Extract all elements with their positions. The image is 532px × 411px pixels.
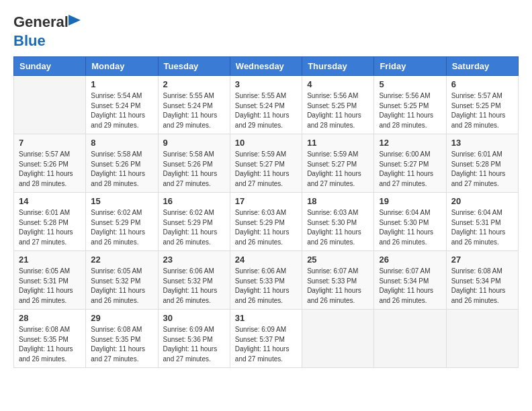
calendar-cell: 10Sunrise: 5:59 AMSunset: 5:27 PMDayligh… [230, 134, 302, 193]
day-number: 30 [163, 313, 225, 323]
day-number: 4 [307, 79, 369, 89]
calendar-cell: 3Sunrise: 5:55 AMSunset: 5:24 PMDaylight… [230, 76, 302, 134]
calendar-cell: 27Sunrise: 6:08 AMSunset: 5:34 PMDayligh… [446, 251, 518, 310]
svg-marker-0 [69, 15, 81, 26]
day-info: Sunrise: 5:56 AMSunset: 5:25 PMDaylight:… [379, 91, 441, 130]
calendar-week-row: 1Sunrise: 5:54 AMSunset: 5:24 PMDaylight… [14, 76, 519, 134]
calendar-table: SundayMondayTuesdayWednesdayThursdayFrid… [13, 56, 519, 368]
calendar-cell: 30Sunrise: 6:09 AMSunset: 5:36 PMDayligh… [158, 310, 230, 368]
calendar-cell: 21Sunrise: 6:05 AMSunset: 5:31 PMDayligh… [14, 251, 86, 310]
day-number: 22 [91, 255, 152, 265]
day-info: Sunrise: 6:09 AMSunset: 5:36 PMDaylight:… [163, 325, 225, 364]
day-number: 16 [163, 196, 225, 206]
calendar-cell: 23Sunrise: 6:06 AMSunset: 5:32 PMDayligh… [158, 251, 230, 310]
day-number: 18 [307, 196, 369, 206]
day-number: 15 [91, 196, 152, 206]
day-number: 21 [19, 255, 81, 265]
day-info: Sunrise: 5:55 AMSunset: 5:24 PMDaylight:… [235, 91, 297, 130]
calendar-week-row: 21Sunrise: 6:05 AMSunset: 5:31 PMDayligh… [14, 251, 519, 310]
calendar-cell: 14Sunrise: 6:01 AMSunset: 5:28 PMDayligh… [14, 193, 86, 251]
calendar-cell: 1Sunrise: 5:54 AMSunset: 5:24 PMDaylight… [86, 76, 158, 134]
day-info: Sunrise: 6:03 AMSunset: 5:29 PMDaylight:… [235, 208, 297, 247]
calendar-week-row: 7Sunrise: 5:57 AMSunset: 5:26 PMDaylight… [14, 134, 519, 193]
calendar-header-thursday: Thursday [302, 57, 374, 76]
day-info: Sunrise: 6:08 AMSunset: 5:34 PMDaylight:… [451, 267, 513, 306]
day-number: 25 [307, 255, 369, 265]
day-number: 19 [379, 196, 441, 206]
day-info: Sunrise: 6:03 AMSunset: 5:30 PMDaylight:… [307, 208, 369, 247]
day-number: 26 [379, 255, 441, 265]
calendar-cell: 5Sunrise: 5:56 AMSunset: 5:25 PMDaylight… [374, 76, 446, 134]
calendar-week-row: 28Sunrise: 6:08 AMSunset: 5:35 PMDayligh… [14, 310, 519, 368]
day-info: Sunrise: 6:04 AMSunset: 5:30 PMDaylight:… [379, 208, 441, 247]
calendar-cell: 15Sunrise: 6:02 AMSunset: 5:29 PMDayligh… [86, 193, 158, 251]
day-info: Sunrise: 6:08 AMSunset: 5:35 PMDaylight:… [19, 325, 81, 364]
calendar-cell: 13Sunrise: 6:01 AMSunset: 5:28 PMDayligh… [446, 134, 518, 193]
day-info: Sunrise: 5:57 AMSunset: 5:26 PMDaylight:… [19, 150, 81, 189]
day-number: 9 [163, 138, 225, 148]
calendar-cell: 6Sunrise: 5:57 AMSunset: 5:25 PMDaylight… [446, 76, 518, 134]
day-number: 5 [379, 79, 441, 89]
calendar-cell: 29Sunrise: 6:08 AMSunset: 5:35 PMDayligh… [86, 310, 158, 368]
day-info: Sunrise: 5:56 AMSunset: 5:25 PMDaylight:… [307, 91, 369, 130]
calendar-cell: 17Sunrise: 6:03 AMSunset: 5:29 PMDayligh… [230, 193, 302, 251]
day-number: 14 [19, 196, 81, 206]
calendar-header-tuesday: Tuesday [158, 57, 230, 76]
calendar-cell: 24Sunrise: 6:06 AMSunset: 5:33 PMDayligh… [230, 251, 302, 310]
day-number: 23 [163, 255, 225, 265]
calendar-cell [14, 76, 86, 134]
day-number: 13 [451, 138, 513, 148]
logo-general: General [13, 13, 69, 30]
calendar-cell: 28Sunrise: 6:08 AMSunset: 5:35 PMDayligh… [14, 310, 86, 368]
day-info: Sunrise: 6:05 AMSunset: 5:32 PMDaylight:… [91, 267, 152, 306]
day-number: 10 [235, 138, 297, 148]
calendar-cell: 8Sunrise: 5:58 AMSunset: 5:26 PMDaylight… [86, 134, 158, 193]
day-info: Sunrise: 6:00 AMSunset: 5:27 PMDaylight:… [379, 150, 441, 189]
calendar-cell: 4Sunrise: 5:56 AMSunset: 5:25 PMDaylight… [302, 76, 374, 134]
day-number: 3 [235, 79, 297, 89]
day-info: Sunrise: 5:54 AMSunset: 5:24 PMDaylight:… [91, 91, 152, 130]
day-info: Sunrise: 6:01 AMSunset: 5:28 PMDaylight:… [451, 150, 513, 189]
day-info: Sunrise: 6:04 AMSunset: 5:31 PMDaylight:… [451, 208, 513, 247]
day-info: Sunrise: 5:58 AMSunset: 5:26 PMDaylight:… [91, 150, 152, 189]
day-number: 2 [163, 79, 225, 89]
day-info: Sunrise: 5:58 AMSunset: 5:26 PMDaylight:… [163, 150, 225, 189]
calendar-cell: 22Sunrise: 6:05 AMSunset: 5:32 PMDayligh… [86, 251, 158, 310]
day-number: 7 [19, 138, 81, 148]
logo-blue: Blue [13, 32, 46, 49]
calendar-cell: 7Sunrise: 5:57 AMSunset: 5:26 PMDaylight… [14, 134, 86, 193]
calendar-cell: 19Sunrise: 6:04 AMSunset: 5:30 PMDayligh… [374, 193, 446, 251]
calendar-week-row: 14Sunrise: 6:01 AMSunset: 5:28 PMDayligh… [14, 193, 519, 251]
calendar-header-row: SundayMondayTuesdayWednesdayThursdayFrid… [14, 57, 519, 76]
day-info: Sunrise: 6:02 AMSunset: 5:29 PMDaylight:… [163, 208, 225, 247]
day-info: Sunrise: 6:07 AMSunset: 5:33 PMDaylight:… [307, 267, 369, 306]
calendar-cell: 16Sunrise: 6:02 AMSunset: 5:29 PMDayligh… [158, 193, 230, 251]
calendar-header-friday: Friday [374, 57, 446, 76]
day-number: 6 [451, 79, 513, 89]
day-number: 24 [235, 255, 297, 265]
calendar-cell: 18Sunrise: 6:03 AMSunset: 5:30 PMDayligh… [302, 193, 374, 251]
day-info: Sunrise: 6:02 AMSunset: 5:29 PMDaylight:… [91, 208, 152, 247]
day-number: 31 [235, 313, 297, 323]
day-info: Sunrise: 6:06 AMSunset: 5:32 PMDaylight:… [163, 267, 225, 306]
day-info: Sunrise: 5:59 AMSunset: 5:27 PMDaylight:… [235, 150, 297, 189]
day-number: 28 [19, 313, 81, 323]
calendar-cell: 31Sunrise: 6:09 AMSunset: 5:37 PMDayligh… [230, 310, 302, 368]
day-number: 29 [91, 313, 152, 323]
calendar-cell: 12Sunrise: 6:00 AMSunset: 5:27 PMDayligh… [374, 134, 446, 193]
calendar-cell: 26Sunrise: 6:07 AMSunset: 5:34 PMDayligh… [374, 251, 446, 310]
calendar-cell: 20Sunrise: 6:04 AMSunset: 5:31 PMDayligh… [446, 193, 518, 251]
day-number: 17 [235, 196, 297, 206]
logo: General Blue [13, 13, 69, 50]
day-number: 1 [91, 79, 152, 89]
calendar-cell [374, 310, 446, 368]
day-info: Sunrise: 6:06 AMSunset: 5:33 PMDaylight:… [235, 267, 297, 306]
calendar-cell: 2Sunrise: 5:55 AMSunset: 5:24 PMDaylight… [158, 76, 230, 134]
day-info: Sunrise: 6:05 AMSunset: 5:31 PMDaylight:… [19, 267, 81, 306]
calendar-cell [446, 310, 518, 368]
day-info: Sunrise: 5:59 AMSunset: 5:27 PMDaylight:… [307, 150, 369, 189]
day-number: 12 [379, 138, 441, 148]
calendar-header-saturday: Saturday [446, 57, 518, 76]
day-info: Sunrise: 5:57 AMSunset: 5:25 PMDaylight:… [451, 91, 513, 130]
day-number: 11 [307, 138, 369, 148]
